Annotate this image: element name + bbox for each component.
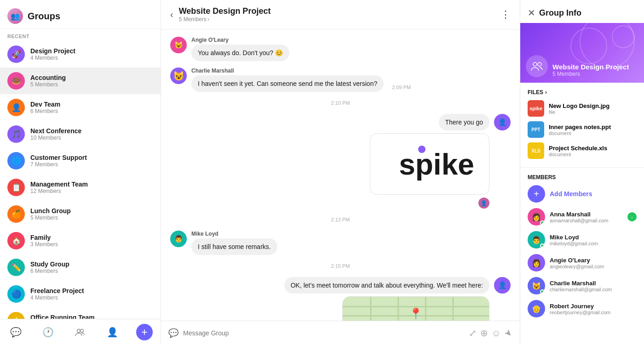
sidebar-title: Groups: [28, 11, 60, 22]
nav-chat-icon[interactable]: 💬: [8, 324, 24, 340]
group-info: Accounting 5 Members: [30, 74, 153, 88]
group-info: Management Team 12 Members: [30, 181, 153, 194]
close-button[interactable]: ✕: [528, 7, 535, 18]
file-type: file: [549, 109, 610, 115]
member-email: reobertjourney@gmail.com: [550, 310, 637, 315]
outgoing-content: There you go spike 👤: [370, 114, 489, 209]
group-members-count: 12 Members: [30, 188, 153, 194]
group-name: Office Running Team: [30, 314, 153, 319]
group-banner: Website Design Project 5 Members: [520, 23, 644, 83]
send-button[interactable]: ➤: [502, 327, 515, 340]
files-section: FILES › spike New Logo Design.jpg file P…: [520, 83, 644, 168]
banner-circle-3: [612, 25, 635, 48]
member-info: Anna Marshall annamarshall@gmail.com: [550, 211, 623, 223]
group-members-count: 7 Members: [30, 161, 153, 168]
chat-title: Website Design Project: [179, 6, 495, 16]
group-avatar: 🎵: [7, 125, 25, 143]
emoji-icon[interactable]: ☺: [492, 328, 501, 339]
message-input[interactable]: [183, 326, 464, 340]
sidebar-group-item-office-running-team[interactable]: ⭐ Office Running Team 9 Members: [0, 307, 161, 319]
files-chevron: ›: [545, 89, 547, 96]
group-name: Freelance Project: [30, 287, 153, 294]
sidebar-group-item-management-team[interactable]: 📋 Management Team 12 Members: [0, 174, 161, 201]
nav-clock-icon[interactable]: 🕐: [40, 324, 57, 340]
message-bubble-wrap: Mike Loyd I still have some remarks.: [191, 231, 277, 255]
message-bubble: OK, let's meet tomorrow and talk about e…: [284, 277, 489, 294]
input-icons: ⤢ ⊕ ☺ ➤: [469, 328, 512, 339]
sidebar-group-item-family[interactable]: 🏠 Family 3 Members: [0, 227, 161, 254]
info-panel-title: Group Info: [539, 8, 581, 18]
group-info: Customer Support 7 Members: [30, 154, 153, 168]
avatar: 👤: [494, 114, 511, 130]
file-info: Inner pages notes.ppt document: [549, 124, 611, 136]
sidebar-group-item-dev-team[interactable]: 👤 Dev Team 6 Members: [0, 94, 161, 121]
sidebar-group-item-customer-support[interactable]: 🌐 Customer Support 7 Members: [0, 147, 161, 174]
file-item: spike New Logo Design.jpg file: [528, 100, 637, 117]
members-section-title: MEMBERS: [528, 174, 637, 181]
group-name: Accounting: [30, 74, 153, 81]
member-avatar: 👩: [528, 208, 545, 226]
expand-icon[interactable]: ⤢: [469, 328, 477, 339]
files-section-title[interactable]: FILES ›: [528, 89, 637, 96]
sidebar-group-item-lunch-group[interactable]: 🍊 Lunch Group 5 Members: [0, 201, 161, 227]
sidebar-group-item-design-project[interactable]: 🚀 Design Project 4 Members: [0, 41, 161, 68]
online-indicator: [540, 243, 545, 248]
message-sender: Angie O'Leary: [191, 37, 289, 43]
group-avatar: ⭐: [7, 312, 25, 319]
new-group-button[interactable]: +: [136, 324, 153, 340]
sidebar-group-item-study-group[interactable]: ✏️ Study Group 6 Members: [0, 254, 161, 281]
sidebar: 👥 Groups RECENT 🚀 Design Project 4 Membe…: [0, 0, 161, 345]
outgoing-content: OK, let's meet tomorrow and talk about e…: [284, 277, 489, 321]
group-members-count: 3 Members: [30, 241, 153, 248]
add-members-button[interactable]: + Add Members: [528, 185, 637, 203]
image-card: spike: [370, 133, 489, 195]
message-bubble: I still have some remarks.: [191, 238, 277, 255]
group-name: Next Conference: [30, 127, 153, 135]
file-info: New Logo Design.jpg file: [549, 102, 610, 115]
read-receipt: 👤: [478, 198, 489, 209]
time-divider: 2:15 PM: [170, 263, 511, 269]
add-circle-icon: +: [528, 185, 545, 203]
file-info: Project Schedule.xls document: [549, 145, 607, 157]
group-avatar: 🌐: [7, 152, 25, 170]
bottom-nav: 💬 🕐 👤 +: [0, 319, 161, 345]
group-avatar: 📋: [7, 179, 25, 196]
file-name: Project Schedule.xls: [549, 145, 607, 152]
online-indicator: [540, 221, 545, 225]
message-bubble-wrap: Angie O'Leary You always do. Don't you? …: [191, 37, 289, 61]
member-info: Mike Loyd mikeloyd@gmail.com: [550, 234, 637, 246]
message-row: 😺 Angie O'Leary You always do. Don't you…: [170, 37, 511, 61]
members-section: MEMBERS + Add Members 👩 Anna Marshall an…: [520, 168, 644, 329]
back-button[interactable]: ‹: [170, 9, 173, 20]
attach-icon[interactable]: ⊕: [480, 328, 488, 339]
member-name: Robert Journey: [550, 303, 637, 310]
group-info: Next Conference 10 Members: [30, 127, 153, 141]
chevron-icon: ›: [207, 16, 209, 23]
member-item: 👩 Anna Marshall annamarshall@gmail.com ↓: [528, 208, 637, 226]
nav-groups-icon[interactable]: [72, 324, 88, 340]
file-item: PPT Inner pages notes.ppt document: [528, 121, 637, 138]
group-info: Lunch Group 5 Members: [30, 207, 153, 221]
sidebar-group-item-next-conference[interactable]: 🎵 Next Conference 10 Members: [0, 121, 161, 147]
sidebar-group-item-freelance-project[interactable]: 🔵 Freelance Project 4 Members: [0, 281, 161, 307]
file-name: Inner pages notes.ppt: [549, 124, 611, 130]
svg-rect-8: [370, 297, 372, 321]
message-row-outgoing: 👤 There you go spike 👤: [170, 114, 511, 209]
member-info: Robert Journey reobertjourney@gmail.com: [550, 303, 637, 315]
more-options-icon[interactable]: ⋮: [500, 9, 511, 21]
members-count[interactable]: 5 Members: [179, 16, 207, 23]
file-type: document: [549, 130, 611, 136]
sidebar-group-item-accounting[interactable]: 🍩 Accounting 5 Members: [0, 68, 161, 94]
group-info: Freelance Project 4 Members: [30, 287, 153, 301]
seen-avatar: 👤: [478, 198, 489, 209]
time-divider: 2:10 PM: [170, 100, 511, 106]
group-avatar: 🍩: [7, 72, 25, 90]
chat-subtitle: 5 Members ›: [179, 16, 495, 23]
nav-person-icon[interactable]: 👤: [104, 324, 121, 340]
svg-rect-9: [397, 297, 399, 321]
member-item: 👨 Mike Loyd mikeloyd@gmail.com: [528, 231, 637, 249]
group-avatar: 🍊: [7, 205, 25, 223]
recent-label: RECENT: [0, 29, 161, 41]
message-row: 😺 Charlie Marshall I haven't seen it yet…: [170, 68, 511, 92]
time-divider: 2:13 PM: [170, 217, 511, 222]
